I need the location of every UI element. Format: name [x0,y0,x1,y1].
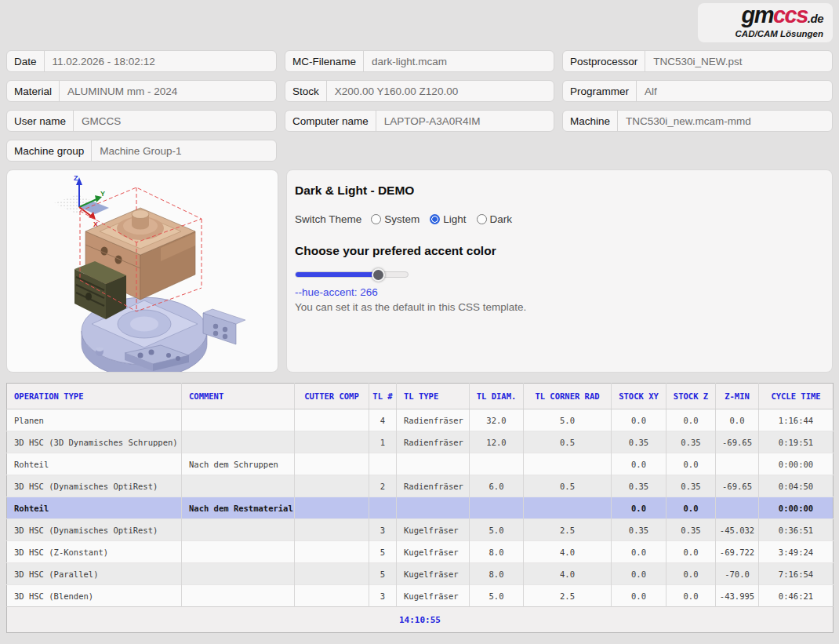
table-cell [470,497,524,519]
table-row[interactable]: 3D HSC (Blenden)3Kugelfräser5.02.50.00.0… [7,585,834,607]
field-label: User name [7,111,74,131]
table-row[interactable]: 3D HSC (Dynamisches OptiRest)2Radienfräs… [7,475,834,497]
table-row[interactable]: 3D HSC (Dynamisches OptiRest)3Kugelfräse… [7,519,834,541]
column-header-comment: COMMENT [182,384,295,409]
table-cell: 2 [369,475,397,497]
hue-accent-value: --hue-accent: 266 [295,286,821,298]
radio-unchecked-icon[interactable] [371,214,381,224]
table-cell: 5.0 [524,409,612,431]
model-3d-render: Z Y X [7,170,278,372]
table-cell: 0.5 [524,431,612,453]
axis-gizmo: Z Y X [54,174,109,228]
total-cycle-time: 14:10:55 [7,607,834,633]
slider-fill [296,272,379,277]
field-machine: MachineTNC530i_new.mcam-mmd [562,110,833,132]
table-cell: 0.0 [612,453,666,475]
table-cell: 0.0 [666,409,716,431]
table-cell [716,453,759,475]
column-header-stock-xy: STOCK XY [612,384,666,409]
radio-option-system[interactable]: System [371,213,420,225]
table-cell [470,453,524,475]
table-cell: 3D HSC (Dynamisches OptiRest) [7,475,182,497]
table-cell [295,497,369,519]
column-header-cycle-time: CYCLE TIME [759,384,834,409]
column-header-operation-type: OPERATION TYPE [7,384,182,409]
field-label: Material [7,81,60,101]
table-cell [369,453,397,475]
radio-option-dark[interactable]: Dark [477,213,513,225]
column-header-cutter-comp: CUTTER COMP [295,384,369,409]
table-row-selected[interactable]: RohteilNach dem Restmaterial0.00.00:00:0… [7,497,834,519]
field-value: X200.00 Y160.00 Z120.00 [327,86,466,97]
model-viewport[interactable]: Z Y X [6,169,278,373]
field-value: 11.02.2026 - 18:02:12 [45,56,163,67]
table-cell: 0.35 [666,475,716,497]
radio-option-light[interactable]: Light [430,213,466,225]
field-stock: StockX200.00 Y160.00 Z120.00 [285,80,554,102]
table-cell: 0.5 [524,475,612,497]
field-date: Date11.02.2026 - 18:02:12 [6,50,277,72]
table-cell: 0.0 [716,409,759,431]
table-cell [295,585,369,607]
table-cell: 3 [369,585,397,607]
table-cell: -43.995 [716,585,759,607]
table-cell [295,431,369,453]
theme-switch-group: Switch Theme SystemLightDark [295,213,821,225]
table-cell: -69.65 [716,475,759,497]
table-cell [182,563,295,585]
table-cell [295,563,369,585]
table-row[interactable]: 3D HSC (Z-Konstant)5Kugelfräser8.04.00.0… [7,541,834,563]
table-cell: 0:46:21 [759,585,834,607]
table-cell [397,453,470,475]
table-cell: 3:49:24 [759,541,834,563]
table-cell: 0.0 [666,497,716,519]
table-cell: 8.0 [470,563,524,585]
table-cell [369,497,397,519]
table-row[interactable]: Planen4Radienfräser32.05.00.00.00.01:16:… [7,409,834,431]
table-cell: 3D HSC (Parallel) [7,563,182,585]
column-header-tl: TL # [369,384,397,409]
logo-de: .de [808,12,823,25]
table-row[interactable]: 3D HSC (Parallel)5Kugelfräser8.04.00.00.… [7,563,834,585]
table-cell [182,541,295,563]
table-row[interactable]: RohteilNach dem Schruppen0.00.00:00:00 [7,453,834,475]
radio-checked-icon[interactable] [430,214,440,224]
radio-unchecked-icon[interactable] [477,214,487,224]
table-cell: Radienfräser [397,475,470,497]
table-cell: 0.0 [666,563,716,585]
table-cell: -69.65 [716,431,759,453]
slider-thumb[interactable] [372,268,385,282]
table-cell [295,453,369,475]
table-cell [524,497,612,519]
table-cell: 0.35 [612,475,666,497]
logo-gm: gm [741,2,773,27]
table-cell [397,497,470,519]
table-cell: 0:36:51 [759,519,834,541]
table-cell: -70.0 [716,563,759,585]
accent-note: You can set it as the default in this CS… [295,301,821,313]
table-cell: Kugelfräser [397,519,470,541]
table-cell [182,475,295,497]
hue-accent-slider[interactable] [295,271,409,278]
table-cell: 0.0 [612,541,666,563]
switch-theme-label: Switch Theme [295,213,361,225]
table-cell: Rohteil [7,497,182,519]
table-cell: 0.35 [612,431,666,453]
table-cell: 12.0 [470,431,524,453]
table-cell: 3D HSC (Z-Konstant) [7,541,182,563]
theme-radio-options: SystemLightDark [371,213,522,225]
field-value: LAPTOP-A3A0R4IM [376,115,489,127]
job-info-fields: Date11.02.2026 - 18:02:12MC-Filenamedark… [6,50,833,162]
table-cell: 2.5 [524,585,612,607]
table-cell: Kugelfräser [397,541,470,563]
table-cell [524,453,612,475]
z-axis-label: Z [74,174,78,182]
column-header-tl-corner-rad: TL CORNER RAD [524,384,612,409]
table-cell: 0.0 [666,453,716,475]
table-row[interactable]: 3D HSC (3D Dynamisches Schruppen)1Radien… [7,431,834,453]
table-cell [182,519,295,541]
field-value: Machine Group-1 [92,145,189,157]
table-cell [182,585,295,607]
table-cell: 5.0 [470,519,524,541]
table-cell: 5 [369,563,397,585]
